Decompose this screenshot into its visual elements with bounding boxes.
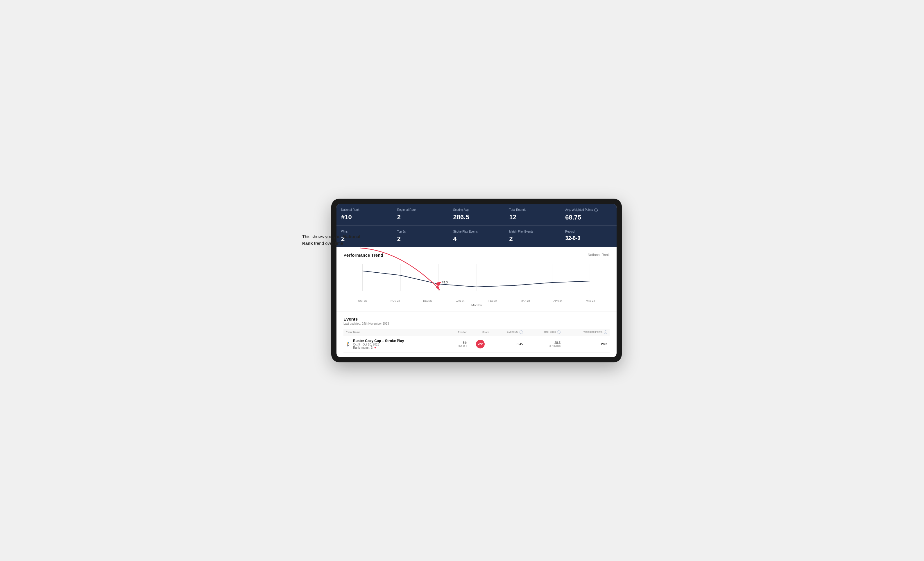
- x-label-apr24: APR 24: [542, 299, 574, 302]
- col-header-weighted-points: Weighted Points i: [563, 329, 610, 336]
- stat-stroke-play: Stroke Play Events 4: [448, 226, 505, 247]
- svg-text:#10: #10: [442, 280, 448, 284]
- stat-match-play: Match Play Events 2: [504, 226, 561, 247]
- chart-title: Performance Trend: [344, 253, 383, 257]
- rank-impact: Rank Impact: 3 ▼: [353, 346, 404, 349]
- events-section: Events Last updated: 24th November 2023 …: [336, 312, 616, 357]
- stat-national-rank-label: National Rank: [341, 208, 388, 212]
- event-position-sub: out of 7: [449, 344, 467, 347]
- stat-record-value: 32-8-0: [565, 235, 612, 241]
- weighted-points-value: 28.3: [601, 343, 607, 346]
- scene: This shows you your National Rank trend …: [302, 199, 622, 362]
- col-header-position: Position: [447, 329, 470, 336]
- x-label-may24: MAY 24: [574, 299, 607, 302]
- chart-x-title: Months: [344, 304, 610, 307]
- stat-avg-weighted-value: 68.75: [565, 214, 612, 221]
- event-date: Oct 9 - Oct 10, 2023: [353, 343, 404, 346]
- stat-total-rounds-label: Total Rounds: [509, 208, 556, 212]
- stat-match-play-label: Match Play Events: [509, 230, 556, 233]
- event-name: Buster Cozy Cup – Stroke Play: [353, 339, 404, 343]
- chart-header: Performance Trend National Rank: [344, 253, 610, 257]
- event-score-cell: -22: [470, 336, 491, 352]
- chart-section: Performance Trend National Rank: [336, 247, 616, 312]
- stat-total-rounds: Total Rounds 12: [504, 204, 561, 225]
- total-points-info-icon: i: [557, 331, 561, 334]
- event-icon: 🏌: [346, 342, 351, 346]
- svg-point-10: [439, 282, 441, 283]
- x-label-dec23: DEC 23: [411, 299, 444, 302]
- stat-regional-rank: Regional Rank 2: [393, 204, 448, 225]
- weighted-points-info-icon: i: [604, 331, 607, 334]
- stat-scoring-avg-label: Scoring Avg.: [453, 208, 500, 212]
- stat-record-label: Record: [565, 230, 612, 233]
- annotation-text: This shows you your National Rank trend …: [302, 234, 360, 246]
- x-label-mar24: MAR 24: [509, 299, 542, 302]
- event-sg-cell: 0.45: [491, 336, 525, 352]
- stats-header-row2: Wins 2 Top 3s 2 Stroke Play Events 4 Mat…: [336, 225, 616, 247]
- x-label-oct23: OCT 23: [346, 299, 379, 302]
- info-icon: i: [594, 208, 598, 212]
- events-title: Events: [344, 317, 610, 322]
- event-sg-info-icon: i: [519, 331, 523, 334]
- chart-subtitle: National Rank: [588, 253, 610, 257]
- stat-total-rounds-value: 12: [509, 214, 556, 221]
- rank-impact-text: Rank Impact: 3: [353, 346, 372, 349]
- stat-stroke-play-value: 4: [453, 235, 500, 243]
- chart-svg: #10: [344, 262, 610, 297]
- event-position-cell: 6th out of 7: [447, 336, 470, 352]
- tablet: National Rank #10 Regional Rank 2 Scorin…: [331, 199, 622, 362]
- score-badge: -22: [476, 340, 484, 349]
- stat-match-play-value: 2: [509, 235, 556, 243]
- stat-avg-weighted: Avg. Weighted Points i 68.75: [561, 204, 616, 225]
- event-position: 6th: [449, 341, 467, 344]
- events-table-header-row: Event Name Position Score Event SG i Tot…: [344, 329, 610, 336]
- x-label-feb24: FEB 24: [477, 299, 509, 302]
- event-details: Buster Cozy Cup – Stroke Play Oct 9 - Oc…: [353, 339, 404, 349]
- annotation: This shows you your National Rank trend …: [302, 233, 366, 247]
- col-header-event-name: Event Name: [344, 329, 447, 336]
- rank-impact-arrow-icon: ▼: [374, 346, 376, 349]
- chart-x-labels: OCT 23 NOV 23 DEC 23 JAN 24 FEB 24 MAR 2…: [344, 299, 610, 302]
- stat-top3s-value: 2: [397, 235, 444, 243]
- stat-national-rank-value: #10: [341, 214, 388, 221]
- stat-top3s: Top 3s 2: [393, 226, 448, 247]
- annotation-bold: National Rank: [302, 234, 360, 246]
- stat-top3s-label: Top 3s: [397, 230, 444, 233]
- col-header-event-sg: Event SG i: [491, 329, 525, 336]
- total-points-value: 28.3: [528, 341, 561, 344]
- stat-regional-rank-value: 2: [397, 214, 444, 221]
- events-last-updated: Last updated: 24th November 2023: [344, 322, 610, 325]
- event-weighted-points-cell: 28.3: [563, 336, 610, 352]
- stat-avg-weighted-label: Avg. Weighted Points i: [565, 208, 612, 212]
- col-header-score: Score: [470, 329, 491, 336]
- x-label-nov23: NOV 23: [379, 299, 411, 302]
- stat-regional-rank-label: Regional Rank: [397, 208, 444, 212]
- x-label-jan24: JAN 24: [444, 299, 477, 302]
- total-points-rounds: 3 Rounds: [528, 344, 561, 347]
- event-name-cell: 🏌 Buster Cozy Cup – Stroke Play Oct 9 - …: [344, 336, 447, 352]
- chart-area: #10: [344, 262, 610, 297]
- col-header-total-points: Total Points i: [525, 329, 563, 336]
- event-total-points-cell: 28.3 3 Rounds: [525, 336, 563, 352]
- event-name-container: 🏌 Buster Cozy Cup – Stroke Play Oct 9 - …: [346, 339, 444, 349]
- stat-record: Record 32-8-0: [561, 226, 616, 247]
- stat-scoring-avg-value: 286.5: [453, 214, 500, 221]
- stat-national-rank: National Rank #10: [336, 204, 393, 225]
- stat-stroke-play-label: Stroke Play Events: [453, 230, 500, 233]
- table-row: 🏌 Buster Cozy Cup – Stroke Play Oct 9 - …: [344, 336, 610, 352]
- stats-header-row1: National Rank #10 Regional Rank 2 Scorin…: [336, 204, 616, 225]
- stat-scoring-avg: Scoring Avg. 286.5: [448, 204, 505, 225]
- events-table: Event Name Position Score Event SG i Tot…: [344, 329, 610, 353]
- stat-wins-label: Wins: [341, 230, 388, 233]
- tablet-screen: National Rank #10 Regional Rank 2 Scorin…: [336, 204, 616, 357]
